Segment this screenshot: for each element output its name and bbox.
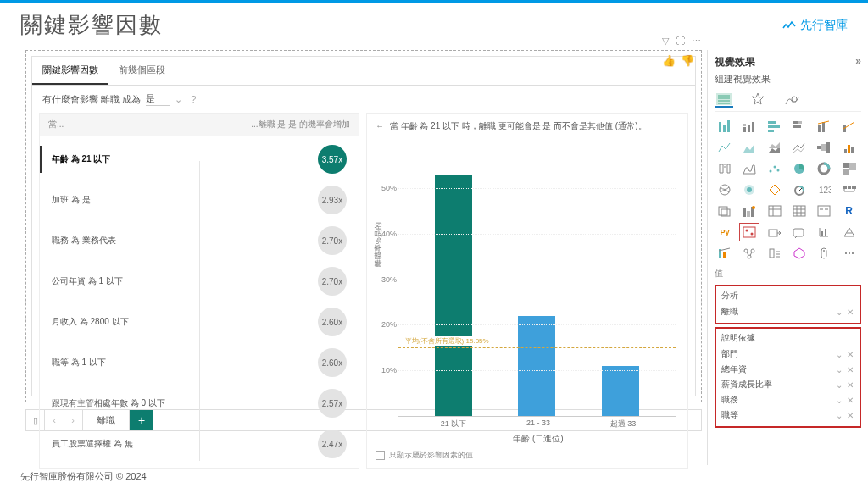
thumbs-down-icon[interactable]: 👎 bbox=[681, 54, 694, 67]
viz-type-icon[interactable] bbox=[715, 180, 735, 199]
viz-type-icon[interactable] bbox=[789, 159, 810, 178]
viz-type-icon[interactable]: 123 bbox=[814, 180, 834, 199]
viz-type-icon[interactable] bbox=[839, 138, 860, 157]
viz-type-icon[interactable] bbox=[765, 159, 785, 178]
bar[interactable] bbox=[602, 366, 639, 416]
viz-type-icon[interactable] bbox=[789, 223, 810, 241]
viz-type-icon[interactable] bbox=[739, 117, 760, 136]
viz-type-icon[interactable] bbox=[814, 202, 834, 220]
viz-type-icon[interactable]: ⋯ bbox=[839, 244, 860, 263]
viz-type-icon[interactable] bbox=[715, 244, 735, 263]
svg-rect-63 bbox=[821, 231, 823, 236]
back-arrow-icon[interactable]: ← bbox=[376, 121, 384, 130]
viz-type-icon[interactable]: R bbox=[839, 202, 860, 220]
influencer-row[interactable]: 年齡 為 21 以下3.57x bbox=[40, 139, 359, 180]
viz-type-icon[interactable] bbox=[765, 223, 785, 241]
visual-tabs: 關鍵影響因數 前幾個區段 bbox=[32, 57, 695, 86]
only-influencers-checkbox[interactable] bbox=[376, 451, 385, 460]
svg-rect-14 bbox=[793, 125, 801, 128]
format-visual-icon[interactable] bbox=[748, 92, 767, 108]
analyze-field[interactable]: 離職⌄ ✕ bbox=[721, 304, 854, 319]
explain-field[interactable]: 部門⌄ ✕ bbox=[721, 347, 854, 362]
viz-type-icon[interactable] bbox=[739, 202, 760, 220]
focus-mode-icon[interactable]: ⛶ bbox=[676, 36, 685, 47]
influencer-row[interactable]: 公司年資 為 1 以下2.70x bbox=[40, 261, 359, 302]
viz-type-icon[interactable] bbox=[765, 117, 785, 136]
viz-type-icon[interactable] bbox=[739, 244, 760, 263]
pane-title: 視覺效果 bbox=[715, 55, 755, 69]
viz-type-icon[interactable] bbox=[839, 159, 860, 178]
influencer-row[interactable]: 加班 為 是2.93x bbox=[40, 180, 359, 220]
chevron-down-icon[interactable]: ⌄ bbox=[175, 94, 182, 105]
build-visual-icon[interactable] bbox=[715, 92, 733, 108]
bar[interactable] bbox=[518, 316, 555, 416]
filter-dropdown[interactable]: 是 bbox=[146, 92, 170, 106]
viz-type-icon[interactable] bbox=[739, 138, 760, 157]
viz-type-icon[interactable] bbox=[715, 138, 735, 157]
filter-icon[interactable]: ▽ bbox=[662, 36, 669, 47]
viz-type-icon[interactable]: Py bbox=[715, 223, 735, 241]
svg-point-25 bbox=[773, 166, 776, 169]
viz-type-icon[interactable] bbox=[814, 117, 834, 136]
viz-type-icon[interactable] bbox=[765, 202, 785, 220]
tab-key-influencers[interactable]: 關鍵影響因數 bbox=[32, 57, 108, 85]
viz-type-icon[interactable] bbox=[765, 244, 785, 263]
svg-rect-5 bbox=[743, 127, 746, 132]
svg-rect-11 bbox=[768, 130, 774, 132]
svg-point-73 bbox=[823, 250, 825, 252]
viz-type-icon[interactable] bbox=[715, 117, 735, 136]
bar[interactable] bbox=[435, 175, 472, 416]
viz-type-icon[interactable] bbox=[765, 180, 785, 199]
svg-point-59 bbox=[746, 230, 748, 232]
explain-field[interactable]: 職等⌄ ✕ bbox=[721, 408, 854, 423]
svg-text:123: 123 bbox=[819, 186, 831, 195]
viz-type-icon[interactable] bbox=[814, 244, 834, 263]
viz-type-icon[interactable] bbox=[715, 202, 735, 220]
analyze-well-title: 分析 bbox=[721, 290, 854, 302]
influencer-row[interactable]: 員工股票選擇權 為 無2.47x bbox=[40, 424, 359, 464]
viz-type-icon[interactable] bbox=[789, 180, 810, 199]
svg-rect-15 bbox=[818, 125, 821, 132]
filter-label: 有什麼會影響 離職 成為 bbox=[42, 93, 141, 106]
influencer-row[interactable]: 職等 為 1 以下2.60x bbox=[40, 342, 359, 383]
viz-type-icon[interactable] bbox=[739, 180, 760, 199]
visual-container[interactable]: ▽ ⛶ ⋯ 👍 👎 關鍵影響因數 前幾個區段 有什麼會影響 離職 成為 是 ⌄ … bbox=[25, 50, 702, 402]
influencers-list: 當... ...離職 是 是 的機率會增加 年齡 為 21 以下3.57x加班 … bbox=[39, 113, 359, 469]
more-icon[interactable]: ⋯ bbox=[692, 36, 701, 47]
help-icon[interactable]: ? bbox=[191, 94, 196, 104]
explain-field[interactable]: 薪資成長比率⌄ ✕ bbox=[721, 377, 854, 392]
explain-field[interactable]: 總年資⌄ ✕ bbox=[721, 362, 854, 377]
influencer-row[interactable]: 職務 為 業務代表2.70x bbox=[40, 220, 359, 261]
viz-type-icon[interactable] bbox=[814, 138, 834, 157]
viz-type-icon[interactable] bbox=[814, 159, 834, 178]
svg-rect-19 bbox=[821, 144, 826, 151]
viz-type-icon[interactable] bbox=[789, 244, 810, 263]
x-axis-label: 年齡 (二進位) bbox=[398, 433, 679, 445]
brand-icon bbox=[782, 19, 796, 31]
collapse-pane-icon[interactable]: » bbox=[855, 55, 861, 69]
chart-title: 當 年齡 為 21 以下 時，離職 更可能會是 是 而不會是其他值 (通常)。 bbox=[390, 121, 647, 130]
thumbs-up-icon[interactable]: 👍 bbox=[662, 54, 676, 67]
analytics-icon[interactable] bbox=[782, 92, 801, 108]
viz-type-icon[interactable] bbox=[789, 117, 810, 136]
svg-point-24 bbox=[769, 170, 771, 173]
svg-point-32 bbox=[720, 185, 730, 195]
viz-type-icon[interactable] bbox=[789, 138, 810, 157]
viz-type-icon[interactable] bbox=[765, 138, 785, 157]
viz-type-icon[interactable] bbox=[814, 223, 834, 241]
viz-type-icon[interactable] bbox=[839, 180, 860, 199]
svg-rect-3 bbox=[723, 125, 726, 132]
viz-type-icon[interactable] bbox=[739, 223, 760, 241]
tab-top-segments[interactable]: 前幾個區段 bbox=[108, 57, 175, 85]
viz-type-icon[interactable] bbox=[839, 223, 860, 241]
influencer-row[interactable]: 跟現有主管相處年數 為 0 以下2.57x bbox=[40, 383, 359, 424]
brand-logo: 先行智庫 bbox=[782, 18, 848, 33]
influencer-row[interactable]: 月收入 為 2800 以下2.60x bbox=[40, 302, 359, 342]
viz-type-icon[interactable] bbox=[789, 202, 810, 220]
svg-rect-23 bbox=[851, 147, 854, 153]
svg-rect-62 bbox=[793, 229, 804, 236]
viz-type-icon[interactable] bbox=[839, 117, 860, 136]
viz-type-icon[interactable] bbox=[715, 159, 735, 178]
viz-type-icon[interactable] bbox=[739, 159, 760, 178]
explain-field[interactable]: 職務⌄ ✕ bbox=[721, 392, 854, 408]
